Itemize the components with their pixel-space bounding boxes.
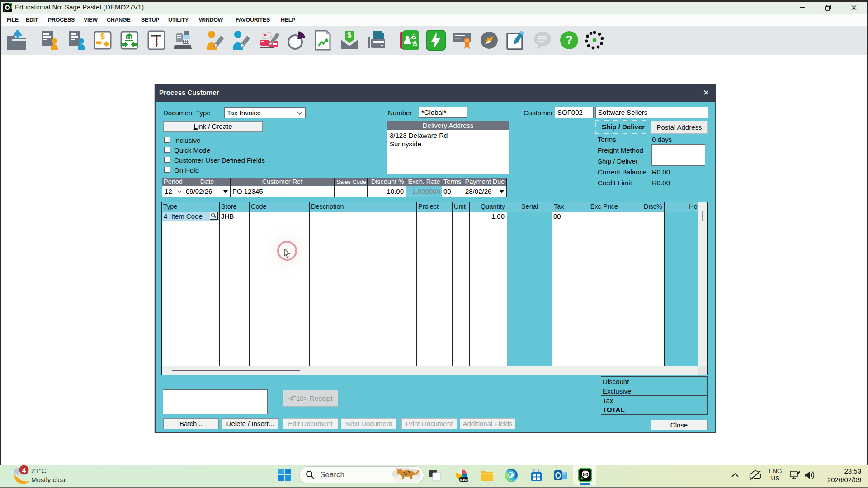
svg-text:?: ? — [566, 33, 573, 47]
svg-text:$: $ — [100, 32, 105, 41]
svg-text:4: 4 — [22, 466, 26, 474]
svg-text:50: 50 — [583, 472, 588, 477]
svg-text:$: $ — [348, 31, 352, 39]
svg-text:M365: M365 — [460, 478, 468, 481]
